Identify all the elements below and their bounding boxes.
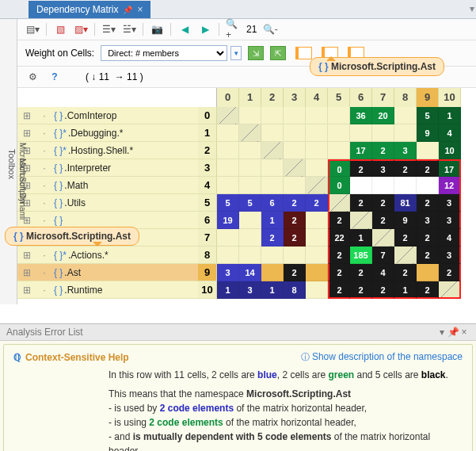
cell-1-5[interactable] [328,124,350,142]
col-3[interactable]: 3 [284,88,306,107]
col-0[interactable]: 0 [217,88,239,107]
cell-0-2[interactable] [261,107,284,124]
cell-9-9[interactable] [417,264,439,281]
cell-2-10[interactable]: 10 [439,142,461,159]
cell-10-9[interactable]: 2 [417,281,439,299]
cell-8-8[interactable] [394,247,417,264]
cell-4-7[interactable] [372,177,394,194]
cell-9-10[interactable]: 2 [439,264,461,281]
cell-5-9[interactable]: 2 [417,194,439,212]
cell-5-5[interactable] [328,194,350,212]
cell-0-5[interactable] [328,107,350,124]
row-label-5[interactable]: ⊞·{ }.Utils [17,194,198,212]
cell-2-2[interactable] [261,142,284,159]
cell-4-5[interactable]: 0 [328,177,350,194]
filter-red-icon[interactable]: ▧ [53,22,67,36]
cell-8-5[interactable]: 2 [328,247,350,264]
cell-8-0[interactable] [217,247,239,264]
cell-7-8[interactable]: 2 [394,229,417,247]
col-9[interactable]: 9 [417,88,439,107]
col-7[interactable]: 7 [372,88,394,107]
cell-6-10[interactable]: 3 [439,212,461,229]
cell-10-10[interactable] [439,281,461,299]
cell-9-7[interactable]: 4 [372,264,394,281]
cell-8-4[interactable] [306,247,328,264]
cell-4-9[interactable] [417,177,439,194]
cell-9-6[interactable]: 2 [350,264,372,281]
pin-icon[interactable]: 📌 [447,327,459,338]
cell-10-6[interactable]: 2 [350,281,372,299]
row-label-3[interactable]: ⊞·{ }.Interpreter [17,159,198,177]
row-idx-0[interactable]: 0 [198,107,217,124]
cell-4-6[interactable] [350,177,372,194]
zoom-out-icon[interactable]: 🔍- [263,22,277,36]
row-idx-2[interactable]: 2 [198,142,217,159]
cell-3-10[interactable]: 17 [439,159,461,177]
cell-0-10[interactable]: 1 [439,107,461,124]
cell-7-5[interactable]: 22 [328,229,350,247]
weight-select[interactable]: Direct: # members [101,45,227,61]
cell-4-2[interactable] [261,177,284,194]
cell-8-9[interactable]: 2 [417,247,439,264]
cell-0-9[interactable]: 5 [417,107,439,124]
cell-5-1[interactable]: 5 [239,194,261,212]
cell-8-1[interactable] [239,247,261,264]
cell-1-9[interactable]: 9 [417,124,439,142]
cell-1-8[interactable] [394,124,417,142]
cell-6-4[interactable] [306,212,328,229]
refresh-icon[interactable]: ▤▾ [25,22,40,36]
row-idx-4[interactable]: 4 [198,177,217,194]
cell-1-3[interactable] [284,124,306,142]
expand-btn[interactable]: ⇲ [248,46,264,60]
cell-4-1[interactable] [239,177,261,194]
cell-9-1[interactable]: 14 [239,264,261,281]
cell-6-7[interactable]: 2 [372,212,394,229]
camera-icon[interactable]: 📷 [150,22,164,36]
cell-8-7[interactable]: 7 [372,247,394,264]
close-icon[interactable]: × [459,327,470,338]
cell-0-3[interactable] [284,107,306,124]
row-idx-5[interactable]: 5 [198,194,217,212]
cell-3-6[interactable]: 2 [350,159,372,177]
cell-7-0[interactable] [217,229,239,247]
cell-1-2[interactable] [261,124,284,142]
col-4[interactable]: 4 [306,88,328,107]
cell-7-1[interactable] [239,229,261,247]
panel-menu-icon[interactable]: ▾ [470,3,474,14]
cell-7-4[interactable] [306,229,328,247]
cell-7-2[interactable]: 2 [261,229,284,247]
cell-10-4[interactable] [306,281,328,299]
cell-7-6[interactable]: 1 [350,229,372,247]
cell-1-4[interactable] [306,124,328,142]
row-idx-10[interactable]: 10 [198,281,217,299]
cell-4-0[interactable] [217,177,239,194]
row-idx-3[interactable]: 3 [198,159,217,177]
cell-8-3[interactable] [284,247,306,264]
info-link[interactable]: ⓘ Show description of the namespace [301,351,463,363]
pin-icon[interactable]: 📌 [123,6,132,14]
cell-7-3[interactable]: 2 [284,229,306,247]
cell-10-2[interactable]: 1 [261,281,284,299]
cell-0-7[interactable]: 20 [372,107,394,124]
col-8[interactable]: 8 [394,88,417,107]
cell-3-5[interactable]: 0 [328,159,350,177]
cell-1-10[interactable]: 4 [439,124,461,142]
cell-5-7[interactable]: 2 [372,194,394,212]
cell-6-6[interactable] [350,212,372,229]
gear-icon[interactable]: ⚙ [25,70,40,84]
cell-1-1[interactable] [239,124,261,142]
close-icon[interactable]: × [137,4,143,15]
cell-9-4[interactable] [306,264,328,281]
cell-4-3[interactable] [284,177,306,194]
row-label-1[interactable]: ⊞·{ }*.Debugging.* [17,124,198,142]
cell-0-1[interactable] [239,107,261,124]
zoom-in-icon[interactable]: 🔍+ [226,22,240,36]
tree-icon[interactable]: ☰▾ [101,22,116,36]
cell-5-0[interactable]: 5 [217,194,239,212]
cell-5-4[interactable]: 2 [306,194,328,212]
cell-9-5[interactable]: 2 [328,264,350,281]
cell-10-1[interactable]: 3 [239,281,261,299]
cell-0-6[interactable]: 36 [350,107,372,124]
cell-10-7[interactable]: 2 [372,281,394,299]
row-label-2[interactable]: ⊞·{ }*.Hosting.Shell.* [17,142,198,159]
